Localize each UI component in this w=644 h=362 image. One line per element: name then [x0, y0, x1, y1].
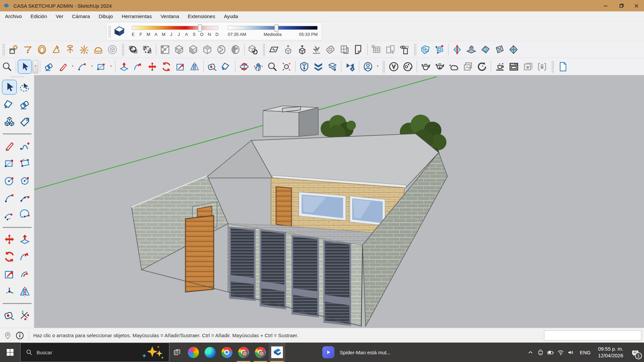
- sandbox-smoove-button[interactable]: [450, 43, 464, 57]
- shadow-time-slider[interactable]: [228, 26, 318, 30]
- media-notification[interactable]: Spider-Man está mut...: [322, 343, 419, 362]
- eraser-tool-button[interactable]: [42, 60, 56, 74]
- component-windows-tool-button[interactable]: [383, 43, 397, 57]
- fur-tool-button[interactable]: [309, 43, 323, 57]
- sandbox-from-scratch-button[interactable]: [432, 43, 446, 57]
- pie-tool-button[interactable]: [17, 208, 32, 223]
- new-file-button-button[interactable]: [556, 60, 570, 74]
- light-window-tool-button[interactable]: [7, 43, 21, 57]
- flip-tool-button[interactable]: [187, 60, 202, 74]
- menu-item-dibujo[interactable]: Dibujo: [94, 12, 117, 20]
- battery-icon[interactable]: [545, 343, 555, 362]
- toolbar-grip[interactable]: [108, 25, 111, 38]
- three-point-arc-tool-button[interactable]: [2, 208, 17, 223]
- material-checker-button[interactable]: [158, 43, 172, 57]
- account-button-dropdown[interactable]: [375, 60, 380, 74]
- rectangle-tool-button[interactable]: [94, 60, 108, 74]
- search-tool-button[interactable]: [0, 60, 14, 74]
- close-button[interactable]: [629, 0, 644, 11]
- select-tool-button[interactable]: [2, 80, 17, 95]
- maximize-button[interactable]: [613, 0, 629, 11]
- title-bar[interactable]: CASA SKETCHUP ADMIN - SketchUp 2024: [0, 0, 644, 11]
- components-tool-button[interactable]: [2, 115, 17, 129]
- menu-item-ventana[interactable]: Ventana: [156, 12, 183, 20]
- sphere-light-tool-button[interactable]: [105, 43, 119, 57]
- proxy-import-tool-button[interactable]: [281, 43, 295, 57]
- wifi-icon[interactable]: [555, 343, 566, 362]
- chrome-profile-app-2[interactable]: [252, 343, 269, 362]
- ies-light-tool-button[interactable]: [49, 43, 63, 57]
- media-play-button[interactable]: [322, 346, 334, 358]
- axes-tool-button[interactable]: [2, 284, 17, 299]
- cast-icon[interactable]: [535, 343, 545, 362]
- scale-tool-button[interactable]: [173, 60, 187, 74]
- grid-panel-tool-button[interactable]: [369, 43, 383, 57]
- protractor-tool-button[interactable]: [2, 325, 17, 328]
- edge-app[interactable]: [202, 343, 218, 362]
- orbit-tool-button[interactable]: [237, 60, 251, 74]
- proxy-export-tool-button[interactable]: [295, 43, 309, 57]
- select-tool-button[interactable]: [18, 60, 32, 74]
- measurements-input[interactable]: [544, 330, 641, 341]
- push-pull-tool-button[interactable]: [17, 232, 32, 247]
- material-cube-b-button[interactable]: [186, 43, 200, 57]
- point-light-tool-button[interactable]: [77, 43, 91, 57]
- shadow-time-slider-handle[interactable]: [274, 24, 278, 32]
- material-cube-a-button[interactable]: [172, 43, 186, 57]
- task-view-button[interactable]: [169, 343, 185, 362]
- vray-batch-render-button[interactable]: [521, 60, 535, 74]
- arc-tool-button[interactable]: [2, 191, 17, 205]
- scale-tool-button[interactable]: [2, 267, 17, 282]
- toolbar-grip[interactable]: [2, 43, 5, 56]
- menu-item-extensiones[interactable]: Extensiones: [183, 12, 220, 20]
- material-selection-button[interactable]: [140, 43, 154, 57]
- chevron-up-icon[interactable]: [525, 343, 535, 362]
- interactive-select-button[interactable]: [246, 43, 260, 57]
- shadow-date-slider[interactable]: [132, 26, 218, 30]
- rectangle-tool-button[interactable]: [2, 156, 17, 171]
- sketchup-app[interactable]: [269, 343, 285, 362]
- material-sphere-half-button[interactable]: [228, 43, 243, 57]
- menu-item-ver[interactable]: Ver: [51, 12, 68, 20]
- two-point-arc-tool-button[interactable]: [17, 191, 32, 205]
- viewport-canvas[interactable]: [34, 75, 644, 328]
- sandbox-add-detail-button[interactable]: [492, 43, 506, 57]
- toolbar-grip[interactable]: [121, 43, 124, 56]
- shadow-date-slider-handle[interactable]: [198, 24, 202, 32]
- material-sphere-checker-button[interactable]: [214, 43, 228, 57]
- share-model-button-button[interactable]: [325, 60, 339, 74]
- rotate-tool-button[interactable]: [159, 60, 173, 74]
- taskbar-clock[interactable]: 09:55 p. m. 12/04/2026: [595, 346, 627, 359]
- scene-page-tool-button[interactable]: [352, 43, 366, 57]
- line-tool-dropdown[interactable]: [70, 60, 75, 74]
- vray-asset-editor-button[interactable]: [387, 60, 401, 74]
- pan-tool-button[interactable]: [251, 60, 265, 74]
- notification-center-button[interactable]: 1: [627, 343, 644, 362]
- push-pull-tool-button[interactable]: [117, 60, 131, 74]
- rotated-rectangle-tool-button[interactable]: [17, 156, 32, 171]
- extension-manager-button-button[interactable]: [343, 60, 357, 74]
- offset-tool-button[interactable]: [17, 267, 32, 282]
- sandbox-drape-button[interactable]: [478, 43, 492, 57]
- text-tool-button[interactable]: A1: [17, 325, 32, 328]
- line-tool-button[interactable]: [2, 138, 17, 153]
- select-tool-dropdown[interactable]: [33, 60, 38, 73]
- menu-item-ayuda[interactable]: Ayuda: [219, 12, 242, 20]
- trimble-connect-button-button[interactable]: [311, 60, 325, 74]
- sandbox-stamp-button[interactable]: [464, 43, 478, 57]
- vray-render-node-button[interactable]: [493, 60, 507, 74]
- toolbar-grip[interactable]: [414, 43, 416, 56]
- paint-bucket-tool-button[interactable]: [219, 60, 233, 74]
- visibility-eye-tool-button[interactable]: [397, 43, 412, 57]
- toolbar-grip[interactable]: [551, 60, 554, 73]
- move-tool-button[interactable]: [2, 232, 17, 247]
- menu-item-herramientas[interactable]: Herramientas: [117, 12, 156, 20]
- polygon-tool-button[interactable]: [17, 173, 32, 188]
- omni-light-tool-button[interactable]: [35, 43, 49, 57]
- copilot-app[interactable]: [185, 343, 202, 362]
- chrome-profile-app-1[interactable]: [235, 343, 252, 362]
- infinite-plane-tool-button[interactable]: [267, 43, 281, 57]
- chrome-app[interactable]: [218, 343, 235, 362]
- clipper-tool-button[interactable]: [323, 43, 337, 57]
- paint-bucket-tool-button[interactable]: [2, 97, 17, 112]
